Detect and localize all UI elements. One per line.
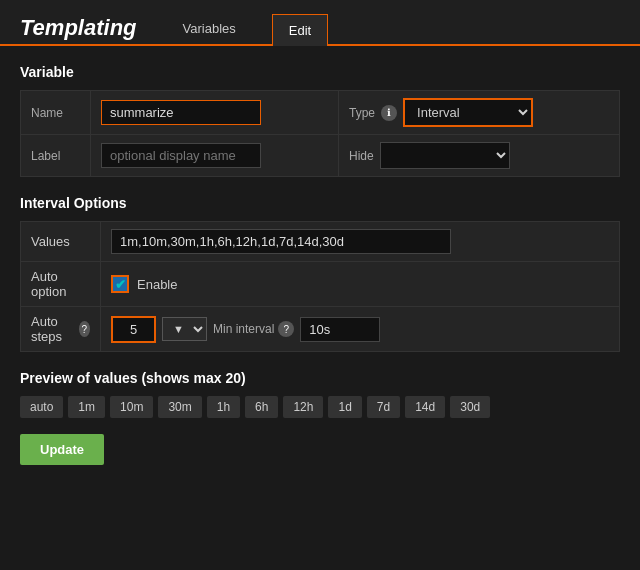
type-info-icon: ℹ [381, 105, 397, 121]
preview-pill: 10m [110, 396, 153, 418]
auto-steps-row: Auto steps ? ▼ Min interval ? [21, 307, 620, 352]
variable-section-title: Variable [20, 64, 620, 80]
preview-pills: auto1m10m30m1h6h12h1d7d14d30d [20, 396, 620, 418]
auto-steps-dropdown[interactable]: ▼ [162, 317, 207, 341]
auto-steps-input[interactable] [111, 316, 156, 343]
preview-pill: 1m [68, 396, 105, 418]
preview-pill: auto [20, 396, 63, 418]
label-label: Label [21, 135, 91, 177]
enable-label: Enable [137, 277, 177, 292]
update-button[interactable]: Update [20, 434, 104, 465]
type-label: Type [349, 106, 375, 120]
type-select[interactable]: Interval [403, 98, 533, 127]
min-interval-info-icon: ? [278, 321, 294, 337]
variable-table: Name Type ℹ Interval Label [20, 90, 620, 177]
checkmark-icon: ✔ [115, 277, 126, 292]
auto-option-control: ✔ Enable [111, 275, 609, 293]
preview-pill: 14d [405, 396, 445, 418]
auto-steps-control: ▼ Min interval ? [111, 316, 609, 343]
header: Templating Variables Edit [0, 0, 640, 46]
hide-select[interactable]: Hide [380, 142, 510, 169]
values-row: Values [21, 222, 620, 262]
preview-pill: 7d [367, 396, 400, 418]
tab-edit[interactable]: Edit [272, 14, 328, 46]
preview-pill: 30m [158, 396, 201, 418]
interval-section-title: Interval Options [20, 195, 620, 211]
preview-section: Preview of values (shows max 20) auto1m1… [20, 370, 620, 418]
name-row: Name Type ℹ Interval [21, 91, 620, 135]
preview-pill: 30d [450, 396, 490, 418]
tab-variables[interactable]: Variables [167, 13, 252, 44]
name-label: Name [21, 91, 91, 135]
auto-steps-label: Auto steps [31, 314, 75, 344]
content: Variable Name Type ℹ Interval Label [0, 46, 640, 483]
values-label: Values [21, 222, 101, 262]
app-title: Templating [20, 15, 137, 41]
auto-option-checkbox[interactable]: ✔ [111, 275, 129, 293]
preview-pill: 1h [207, 396, 240, 418]
preview-pill: 12h [283, 396, 323, 418]
label-input[interactable] [101, 143, 261, 168]
interval-options-table: Values Auto option ✔ Enable Auto steps [20, 221, 620, 352]
min-interval-label: Min interval [213, 322, 274, 336]
min-interval-input[interactable] [300, 317, 380, 342]
preview-pill: 6h [245, 396, 278, 418]
name-input[interactable] [101, 100, 261, 125]
hide-label: Hide [349, 149, 374, 163]
auto-option-row: Auto option ✔ Enable [21, 262, 620, 307]
auto-steps-info-icon: ? [79, 321, 90, 337]
label-row: Label Hide Hide [21, 135, 620, 177]
preview-title: Preview of values (shows max 20) [20, 370, 620, 386]
preview-pill: 1d [328, 396, 361, 418]
values-input[interactable] [111, 229, 451, 254]
auto-option-label: Auto option [21, 262, 101, 307]
